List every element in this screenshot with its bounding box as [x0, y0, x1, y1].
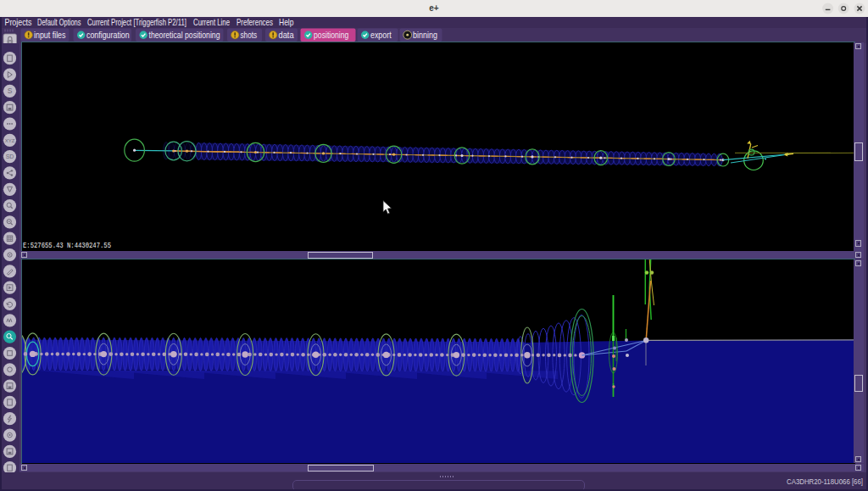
svg-text:export: export: [370, 31, 392, 40]
svg-text:XYZ: XYZ: [5, 138, 15, 143]
svg-text:data: data: [279, 31, 294, 40]
svg-text:binning: binning: [413, 31, 437, 40]
svg-text:input files: input files: [34, 31, 66, 40]
svg-text:CA3DHR20-118U066 [66]: CA3DHR20-118U066 [66]: [787, 477, 863, 486]
svg-text:positioning: positioning: [314, 31, 349, 40]
svg-text:SD: SD: [6, 153, 14, 159]
svg-text:S: S: [8, 86, 13, 95]
svg-text:shots: shots: [241, 31, 258, 40]
svg-text:theoretical positioning: theoretical positioning: [149, 31, 220, 40]
svg-text:configuration: configuration: [86, 31, 130, 40]
svg-text:E:527655.43 N:4430247.55: E:527655.43 N:4430247.55: [23, 242, 111, 250]
